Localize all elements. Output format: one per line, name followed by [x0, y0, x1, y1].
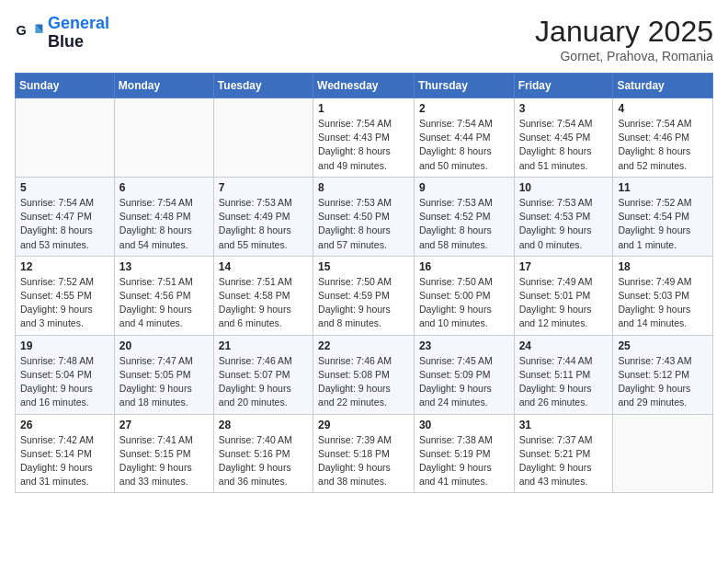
day-info: Sunrise: 7:40 AMSunset: 5:16 PMDaylight:…	[219, 433, 308, 489]
calendar-cell: 26Sunrise: 7:42 AMSunset: 5:14 PMDayligh…	[16, 414, 115, 493]
day-info: Sunrise: 7:52 AMSunset: 4:54 PMDaylight:…	[618, 196, 708, 252]
calendar-cell	[613, 414, 713, 493]
calendar-cell: 27Sunrise: 7:41 AMSunset: 5:15 PMDayligh…	[114, 414, 213, 493]
day-number: 30	[419, 419, 509, 431]
day-info: Sunrise: 7:48 AMSunset: 5:04 PMDaylight:…	[20, 354, 109, 410]
location: Gornet, Prahova, Romania	[535, 49, 713, 63]
calendar-cell: 24Sunrise: 7:44 AMSunset: 5:11 PMDayligh…	[514, 335, 613, 414]
day-number: 23	[419, 339, 509, 352]
day-number: 22	[318, 339, 409, 352]
day-number: 9	[419, 181, 509, 194]
calendar-cell	[213, 98, 313, 178]
day-info: Sunrise: 7:43 AMSunset: 5:12 PMDaylight:…	[618, 354, 708, 410]
day-info: Sunrise: 7:46 AMSunset: 5:08 PMDaylight:…	[318, 354, 409, 410]
day-info: Sunrise: 7:54 AMSunset: 4:43 PMDaylight:…	[318, 117, 409, 173]
weekday-header: Monday	[114, 74, 213, 98]
calendar-cell: 29Sunrise: 7:39 AMSunset: 5:18 PMDayligh…	[313, 414, 415, 493]
title-block: January 2025 Gornet, Prahova, Romania	[535, 15, 713, 63]
page-header: G General Blue January 2025 Gornet, Prah…	[15, 15, 713, 63]
day-number: 4	[618, 102, 708, 115]
weekday-header: Saturday	[613, 74, 713, 98]
calendar-cell	[16, 98, 115, 178]
calendar-cell: 14Sunrise: 7:51 AMSunset: 4:58 PMDayligh…	[213, 256, 313, 335]
day-info: Sunrise: 7:50 AMSunset: 5:00 PMDaylight:…	[419, 275, 509, 331]
day-number: 27	[119, 419, 209, 431]
day-number: 19	[20, 339, 109, 352]
weekday-header: Sunday	[16, 74, 115, 98]
day-info: Sunrise: 7:47 AMSunset: 5:05 PMDaylight:…	[119, 354, 209, 410]
calendar-cell	[114, 98, 213, 178]
calendar-cell: 6Sunrise: 7:54 AMSunset: 4:48 PMDaylight…	[114, 177, 213, 256]
svg-text:G: G	[17, 22, 27, 37]
day-info: Sunrise: 7:52 AMSunset: 4:55 PMDaylight:…	[20, 275, 109, 331]
calendar-cell: 30Sunrise: 7:38 AMSunset: 5:19 PMDayligh…	[414, 414, 514, 493]
calendar-cell: 2Sunrise: 7:54 AMSunset: 4:44 PMDaylight…	[414, 98, 514, 178]
calendar-cell: 9Sunrise: 7:53 AMSunset: 4:52 PMDaylight…	[414, 177, 514, 256]
day-number: 2	[419, 102, 509, 115]
weekday-header: Wednesday	[313, 74, 415, 98]
day-number: 20	[119, 339, 209, 352]
calendar-cell: 21Sunrise: 7:46 AMSunset: 5:07 PMDayligh…	[213, 335, 313, 414]
calendar-cell: 11Sunrise: 7:52 AMSunset: 4:54 PMDayligh…	[613, 177, 713, 256]
day-number: 8	[318, 181, 409, 194]
day-number: 5	[20, 181, 109, 194]
calendar-cell: 25Sunrise: 7:43 AMSunset: 5:12 PMDayligh…	[613, 335, 713, 414]
calendar-cell: 23Sunrise: 7:45 AMSunset: 5:09 PMDayligh…	[414, 335, 514, 414]
calendar-cell: 15Sunrise: 7:50 AMSunset: 4:59 PMDayligh…	[313, 256, 415, 335]
month-title: January 2025	[535, 15, 713, 49]
calendar-header: SundayMondayTuesdayWednesdayThursdayFrid…	[16, 74, 713, 98]
calendar-cell: 20Sunrise: 7:47 AMSunset: 5:05 PMDayligh…	[114, 335, 213, 414]
day-info: Sunrise: 7:51 AMSunset: 4:56 PMDaylight:…	[119, 275, 209, 331]
calendar-cell: 17Sunrise: 7:49 AMSunset: 5:01 PMDayligh…	[514, 256, 613, 335]
day-number: 26	[20, 419, 109, 431]
calendar-cell: 10Sunrise: 7:53 AMSunset: 4:53 PMDayligh…	[514, 177, 613, 256]
calendar-cell: 3Sunrise: 7:54 AMSunset: 4:45 PMDaylight…	[514, 98, 613, 178]
day-info: Sunrise: 7:53 AMSunset: 4:52 PMDaylight:…	[419, 196, 509, 252]
weekday-header: Friday	[514, 74, 613, 98]
day-info: Sunrise: 7:54 AMSunset: 4:47 PMDaylight:…	[20, 196, 109, 252]
day-info: Sunrise: 7:41 AMSunset: 5:15 PMDaylight:…	[119, 433, 209, 489]
day-info: Sunrise: 7:39 AMSunset: 5:18 PMDaylight:…	[318, 433, 409, 489]
calendar-cell: 8Sunrise: 7:53 AMSunset: 4:50 PMDaylight…	[313, 177, 415, 256]
day-number: 11	[618, 181, 708, 194]
weekday-header-row: SundayMondayTuesdayWednesdayThursdayFrid…	[16, 74, 713, 98]
day-info: Sunrise: 7:53 AMSunset: 4:49 PMDaylight:…	[219, 196, 308, 252]
logo-icon: G	[15, 18, 44, 48]
day-number: 1	[318, 102, 409, 115]
calendar-week-row: 26Sunrise: 7:42 AMSunset: 5:14 PMDayligh…	[16, 414, 713, 493]
day-number: 6	[119, 181, 209, 194]
calendar-cell: 13Sunrise: 7:51 AMSunset: 4:56 PMDayligh…	[114, 256, 213, 335]
day-info: Sunrise: 7:46 AMSunset: 5:07 PMDaylight:…	[219, 354, 308, 410]
day-number: 16	[419, 260, 509, 273]
weekday-header: Tuesday	[213, 74, 313, 98]
day-number: 3	[519, 102, 609, 115]
day-number: 12	[20, 260, 109, 273]
day-number: 25	[618, 339, 708, 352]
calendar: SundayMondayTuesdayWednesdayThursdayFrid…	[15, 73, 713, 493]
day-info: Sunrise: 7:54 AMSunset: 4:45 PMDaylight:…	[519, 117, 609, 173]
logo: G General Blue	[15, 15, 109, 52]
day-number: 7	[219, 181, 308, 194]
calendar-cell: 22Sunrise: 7:46 AMSunset: 5:08 PMDayligh…	[313, 335, 415, 414]
logo-text: General Blue	[48, 15, 109, 52]
weekday-header: Thursday	[414, 74, 514, 98]
day-info: Sunrise: 7:44 AMSunset: 5:11 PMDaylight:…	[519, 354, 609, 410]
day-info: Sunrise: 7:54 AMSunset: 4:44 PMDaylight:…	[419, 117, 509, 173]
calendar-week-row: 19Sunrise: 7:48 AMSunset: 5:04 PMDayligh…	[16, 335, 713, 414]
day-number: 29	[318, 419, 409, 431]
calendar-week-row: 5Sunrise: 7:54 AMSunset: 4:47 PMDaylight…	[16, 177, 713, 256]
day-info: Sunrise: 7:38 AMSunset: 5:19 PMDaylight:…	[419, 433, 509, 489]
day-number: 15	[318, 260, 409, 273]
calendar-cell: 28Sunrise: 7:40 AMSunset: 5:16 PMDayligh…	[213, 414, 313, 493]
calendar-week-row: 1Sunrise: 7:54 AMSunset: 4:43 PMDaylight…	[16, 98, 713, 178]
day-number: 10	[519, 181, 609, 194]
day-number: 18	[618, 260, 708, 273]
day-number: 17	[519, 260, 609, 273]
day-number: 28	[219, 419, 308, 431]
calendar-cell: 31Sunrise: 7:37 AMSunset: 5:21 PMDayligh…	[514, 414, 613, 493]
calendar-cell: 7Sunrise: 7:53 AMSunset: 4:49 PMDaylight…	[213, 177, 313, 256]
day-info: Sunrise: 7:53 AMSunset: 4:50 PMDaylight:…	[318, 196, 409, 252]
day-info: Sunrise: 7:50 AMSunset: 4:59 PMDaylight:…	[318, 275, 409, 331]
day-info: Sunrise: 7:54 AMSunset: 4:46 PMDaylight:…	[618, 117, 708, 173]
day-info: Sunrise: 7:37 AMSunset: 5:21 PMDaylight:…	[519, 433, 609, 489]
